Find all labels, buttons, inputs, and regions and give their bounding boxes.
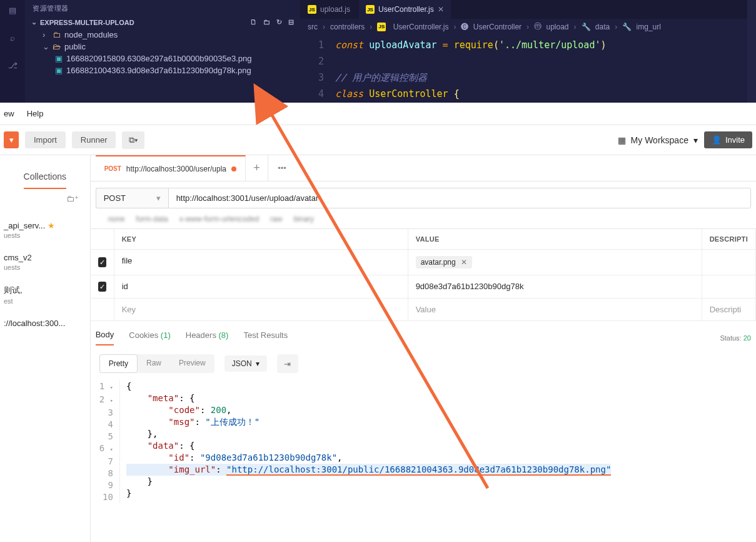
folder-icon: 🗀 [53,30,61,39]
body-type-raw[interactable]: raw [270,215,282,223]
remove-file-icon[interactable]: ✕ [461,258,467,267]
desc-input[interactable] [702,250,756,275]
breadcrumb-data[interactable]: 🔧 data [582,23,610,31]
url-input[interactable]: http://localhost:3001/user/upload/avatar [168,188,751,208]
tree-node-modules[interactable]: › 🗀 node_modules [28,29,298,41]
collapse-icon[interactable]: ⊟ [288,18,294,26]
menu-view[interactable]: ew [4,109,14,118]
postman-toolbar: ▾ Import Runner ⧉▾ ▦ My Workspace ▾ 👤 In… [0,125,756,155]
collection-item[interactable]: _api_serv... ★ uests [4,221,86,239]
table-header-value: VALUE [408,229,702,250]
refresh-icon[interactable]: ↻ [276,18,282,26]
scrollbar[interactable] [747,0,756,103]
view-mode-selector: Pretty Raw Preview [99,354,214,373]
runner-button[interactable]: Runner [72,131,116,148]
explorer-title: 资源管理器 [25,0,300,17]
vscode-activity-bar: ▤ ⌕ ⎇ [0,0,25,103]
wrap-button[interactable]: ⇥ [277,354,298,373]
breadcrumb-method[interactable]: ⓜ upload [534,21,568,32]
desc-input[interactable]: Descripti [702,299,756,321]
import-button[interactable]: Import [25,131,66,148]
project-name[interactable]: ⌄ EXPRESS-MULTER-UPLOAD [31,18,134,26]
body-type-none[interactable]: none [108,215,125,223]
js-icon: JS [377,23,386,31]
body-type-urlencoded[interactable]: x-www-form-urlencoded [179,215,259,223]
breadcrumb-file[interactable]: JS UserController.js [377,23,448,31]
value-input[interactable]: Value [408,299,702,321]
unsaved-dot-icon [231,166,236,171]
breadcrumb-class[interactable]: 🅒 UserController [461,23,522,31]
menu-help[interactable]: Help [27,109,44,118]
value-input[interactable]: 9d08e3d7a61b1230b90dg78k [408,275,702,299]
desc-input[interactable] [702,275,756,299]
checkbox[interactable]: ✓ [98,282,106,292]
breadcrumb-src[interactable]: src [308,23,318,31]
new-button[interactable]: ▾ [4,131,19,148]
view-preview[interactable]: Preview [170,354,214,373]
postman-menubar: ew Help [0,103,756,125]
response-tabs: Body Cookies (1) Headers (8) Test Result… [91,321,756,349]
table-header-desc: DESCRIPTI [702,229,756,250]
source-control-icon[interactable]: ⎇ [5,58,20,73]
vscode-explorer: 资源管理器 ⌄ EXPRESS-MULTER-UPLOAD 🗋 🗀 ↻ ⊟ › … [25,0,300,103]
search-icon[interactable]: ⌕ [5,30,20,45]
new-folder-icon[interactable]: 🗀 [263,18,270,26]
request-tab[interactable]: POST http://localhost:3000/user/upla [96,155,246,182]
tree-file-1[interactable]: ▣ 1668820915809.6308e297a61b0000b90035e3… [28,53,298,64]
tab-cookies[interactable]: Cookies (1) [129,330,170,345]
body-type-binary[interactable]: binary [293,215,314,223]
star-icon: ★ [48,221,55,230]
chevron-down-icon: ▾ [256,359,260,368]
folder-open-icon: 🗁 [53,42,61,51]
tab-options-button[interactable]: ••• [268,163,296,173]
tab-headers[interactable]: Headers (8) [186,330,229,345]
collection-item[interactable]: cms_v2 uests [4,253,86,271]
table-header-key: KEY [114,229,408,250]
breadcrumb-controllers[interactable]: controllers [330,23,365,31]
grid-icon: ▦ [618,135,626,145]
body-type-formdata[interactable]: form-data [136,215,168,223]
tab-usercontroller-js[interactable]: JS UserController.js ✕ [358,0,452,19]
key-input[interactable]: file [114,250,408,275]
code-content: const uploadAvatar = require('../multer/… [331,34,747,103]
tab-test-results[interactable]: Test Results [243,330,288,345]
key-input[interactable]: id [114,275,408,299]
method-select[interactable]: POST ▾ [96,188,168,208]
new-window-button[interactable]: ⧉▾ [122,131,144,149]
breadcrumb-img-url[interactable]: 🔧 img_url [622,23,661,31]
response-json: { "meta": { "code": 200, "msg": "上传成功！" … [120,381,611,503]
checkbox[interactable]: ✓ [98,257,106,267]
view-raw[interactable]: Raw [138,354,170,373]
request-tab-bar: POST http://localhost:3000/user/upla + •… [91,155,756,182]
invite-button[interactable]: 👤 Invite [704,131,752,148]
gutter: 1234 [300,34,331,103]
files-icon[interactable]: ▤ [5,3,20,18]
table-row-placeholder: Key Value Descripti [91,299,756,321]
sidebar-tab-collections[interactable]: Collections [24,165,66,189]
chevron-down-icon: ⌄ [31,18,38,26]
code-editor[interactable]: 1234 const uploadAvatar = require('../mu… [300,34,747,103]
postman-sidebar: Collections 🗀⁺ _api_serv... ★ uests cms_… [0,155,91,542]
close-icon[interactable]: ✕ [438,5,444,14]
js-icon: JS [366,5,375,14]
workspace-selector[interactable]: ▦ My Workspace ▾ [618,135,698,145]
collection-item[interactable]: ://localhost:300... [4,319,86,328]
response-body[interactable]: 1 ▾2 ▾3456 ▾78910 { "meta": { "code": 20… [91,378,756,503]
file-chip: avatar.png ✕ [416,256,472,268]
value-input[interactable]: avatar.png ✕ [408,250,702,275]
collection-item[interactable]: 则试, est [4,285,86,305]
tab-body[interactable]: Body [96,330,114,345]
format-select[interactable]: JSON ▾ [224,355,267,372]
key-input[interactable]: Key [114,299,408,321]
tree-public[interactable]: ⌄ 🗁 public [28,41,298,53]
response-gutter: 1 ▾2 ▾3456 ▾78910 [99,381,120,503]
new-collection-icon[interactable]: 🗀⁺ [66,194,79,203]
tree-file-2[interactable]: ▣ 1668821004363.9d08e3d7a61b1230b90dg78k… [28,64,298,76]
tab-upload-js[interactable]: JS upload.js [300,0,358,19]
chevron-right-icon: › [43,30,49,39]
new-file-icon[interactable]: 🗋 [250,18,257,26]
breadcrumb: src› controllers› JS UserController.js› … [300,19,747,34]
view-pretty[interactable]: Pretty [99,354,138,373]
table-row: ✓ file avatar.png ✕ [91,250,756,275]
add-tab-button[interactable]: + [246,155,268,182]
